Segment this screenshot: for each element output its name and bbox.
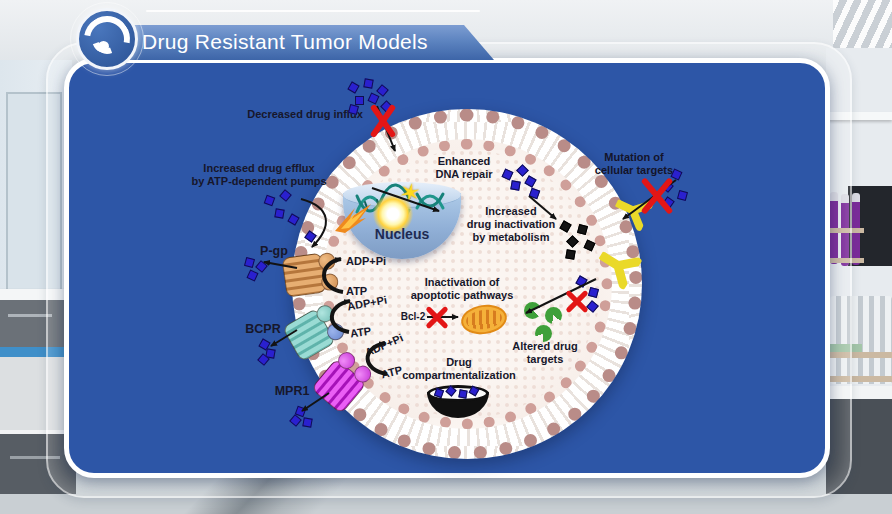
label-apoptosis-1: Inactivation of — [425, 276, 500, 289]
lightning-bolt-icon — [335, 204, 379, 234]
label-inactivation-3: by metabolism — [472, 231, 549, 244]
label-inactivation-2: drug inactivation — [467, 218, 556, 231]
title-banner: Drug Resistant Tumor Models — [96, 25, 494, 60]
label-apoptosis-2: apoptotic pathways — [411, 289, 514, 302]
label-inactivation-1: Increased — [485, 205, 536, 218]
label-mpr1: MPR1 — [275, 384, 310, 399]
drug-molecule — [510, 180, 520, 190]
label-altered-1: Altered drug — [512, 340, 577, 353]
altered-target-icon — [524, 302, 541, 319]
drug-molecule — [302, 417, 312, 427]
label-increased-efflux-1: Increased drug efflux — [203, 162, 314, 175]
label-compartment-2: compartmentalization — [402, 369, 516, 382]
video-frame: Drug Resistant Tumor Models ✶ — [0, 0, 892, 514]
drug-molecule — [355, 96, 364, 105]
page-title: Drug Resistant Tumor Models — [142, 30, 428, 54]
label-decreased-influx: Decreased drug influx — [247, 108, 363, 121]
label-adp-1: ADP+Pi — [346, 255, 386, 267]
brand-logo — [74, 6, 140, 72]
drug-molecule — [274, 208, 284, 218]
drug-molecule — [363, 78, 373, 88]
logo-dot — [98, 41, 109, 52]
drug-vesicle — [427, 385, 489, 419]
ceiling-light — [833, 0, 892, 50]
nucleus: ✶ Nucleus — [343, 182, 461, 262]
logo-circle-icon — [76, 8, 138, 70]
label-dna-repair-1: Enhanced — [438, 155, 491, 168]
label-compartment-1: Drug — [446, 356, 472, 369]
blocked-x-icon — [563, 289, 591, 313]
mitochondria-cristae — [465, 308, 503, 332]
label-pgp: P-gp — [260, 244, 288, 259]
label-bcl2: Bcl-2 — [401, 311, 425, 323]
blocked-x-icon — [364, 104, 402, 138]
label-dna-repair-2: DNA repair — [435, 168, 492, 181]
blocked-x-icon — [635, 176, 679, 216]
altered-target-icon — [545, 307, 562, 324]
label-altered-2: targets — [527, 353, 564, 366]
label-bcpr: BCPR — [245, 322, 280, 337]
drug-molecule — [458, 389, 467, 398]
pgp-pump — [281, 250, 342, 297]
label-atp-1: ATP — [346, 285, 367, 297]
banner-highlight-line — [146, 10, 480, 12]
blocked-x-icon — [423, 303, 451, 331]
inactivated-drug-molecule — [565, 249, 575, 259]
label-increased-efflux-2: by ATP-dependent pumps — [191, 175, 326, 188]
nucleus-label: Nucleus — [375, 226, 429, 242]
label-mutation-1: Mutation of — [604, 151, 663, 164]
